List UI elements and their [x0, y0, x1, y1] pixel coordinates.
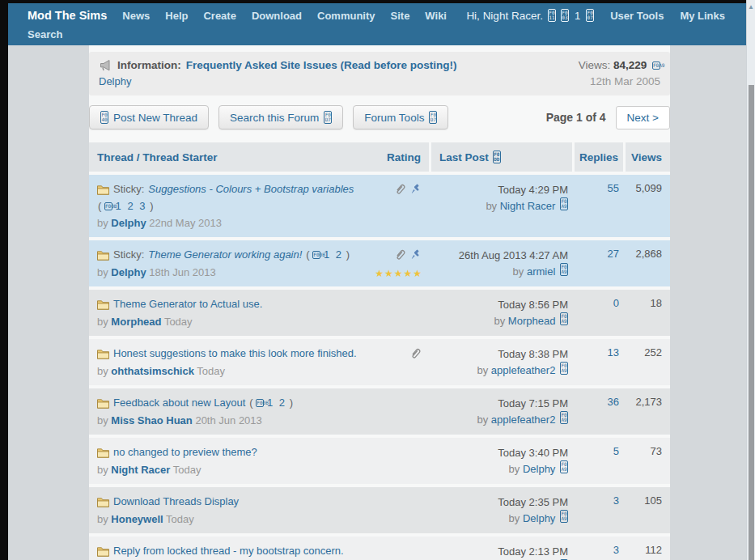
multipage-icon: F00B	[312, 251, 320, 259]
thread-author-link[interactable]: Delphy	[111, 217, 146, 229]
header-replies[interactable]: Replies	[579, 151, 618, 163]
nav-item-wiki[interactable]: Wiki	[425, 10, 447, 22]
nav-item-create[interactable]: Create	[203, 10, 235, 22]
nav-item-user-tools[interactable]: User Tools	[610, 10, 664, 22]
scrollbar-thumb[interactable]	[749, 85, 754, 560]
thread-title-link[interactable]: Theme Generator working again!	[148, 248, 302, 262]
replies-count-link[interactable]: 27	[608, 248, 619, 260]
thread-title-link[interactable]: Suggestions - Colours + Bootstrap variab…	[148, 182, 354, 197]
forum-tools-button[interactable]: Forum Tools F0D7	[353, 105, 448, 129]
last-post-author-link[interactable]: armiel	[527, 265, 555, 278]
thread-author-link[interactable]: ohthatsimschick	[111, 365, 194, 377]
goto-last-post-icon[interactable]: F0A9	[560, 312, 568, 325]
announcement-icon	[99, 59, 112, 71]
last-post-time: 26th Aug 2013 4:27 AM	[431, 248, 568, 263]
goto-announcement-icon[interactable]: F0A9	[652, 62, 660, 70]
thread-author-link[interactable]: Night Racer	[111, 464, 170, 476]
last-post-author-link[interactable]: applefeather2	[491, 414, 556, 426]
attachment-icon[interactable]	[395, 183, 405, 195]
scroll-up-icon[interactable]: ▲	[747, 0, 755, 11]
replies-count-link[interactable]: 13	[608, 346, 619, 358]
nav-item-community[interactable]: Community	[317, 10, 375, 22]
header-last-post[interactable]: Last Post	[439, 151, 489, 163]
replies-count-link[interactable]: 36	[608, 396, 619, 408]
thread-pagination-line: ( F00B 1 2 3 )	[97, 200, 422, 213]
user-icon[interactable]: F007	[586, 9, 594, 22]
thread-author-link[interactable]: Honeywell	[111, 513, 163, 525]
navbar-user-area: Hi, Night Racer. F011 F003 1 F007 User T…	[466, 9, 725, 22]
last-post-author-link[interactable]: Delphy	[523, 463, 555, 475]
replies-count-link[interactable]: 55	[608, 182, 619, 194]
mail-icon[interactable]: F003	[561, 9, 569, 22]
nav-item-download[interactable]: Download	[252, 10, 302, 22]
page-indicator: Page 1 of 4	[546, 111, 606, 124]
announcement-title-link[interactable]: Frequently Asked Site Issues (Read befor…	[186, 59, 457, 71]
post-new-thread-button[interactable]: F040 Post New Thread	[89, 105, 209, 129]
user-greeting: Hi, Night Racer.	[466, 10, 543, 22]
thread-title-link[interactable]: Reply from locked thread - my bootstrap …	[113, 544, 344, 558]
thread-cell: Feedback about new Layout ( F00B 1 2 ) b…	[89, 388, 429, 435]
replies-count-link[interactable]: 3	[613, 544, 619, 556]
views-count: 73	[623, 438, 670, 484]
page-number-links[interactable]: 1 2	[324, 248, 343, 261]
nav-item-help[interactable]: Help	[165, 10, 188, 22]
thread-title-link[interactable]: Feedback about new Layout	[113, 396, 245, 410]
page-number-links[interactable]: 1 2	[267, 397, 286, 409]
next-page-button[interactable]: Next >	[616, 106, 670, 129]
views-count: 105	[623, 487, 670, 533]
table-row: Download Threads Display by Honeywell To…	[89, 487, 670, 533]
thread-byline: by Night Racer Today	[97, 464, 422, 477]
thread-author-link[interactable]: Miss Shao Huan	[111, 414, 192, 426]
thread-title-link[interactable]: no changed to preview theme?	[113, 445, 257, 460]
last-post-author-link[interactable]: Delphy	[523, 512, 555, 524]
notification-count[interactable]: 1	[574, 10, 581, 22]
table-row: Sticky: Theme Generator working again! (…	[89, 240, 670, 286]
last-post-author-link[interactable]: applefeather2	[491, 364, 556, 376]
thread-author-link[interactable]: Morphead	[111, 316, 161, 328]
goto-last-post-icon[interactable]: F0A9	[560, 460, 568, 473]
views-count: 5,099	[623, 175, 670, 237]
thread-pagination: ( F00B 1 2 )	[306, 248, 350, 262]
header-rating[interactable]: Rating	[387, 151, 421, 163]
replies-count-link[interactable]: 0	[613, 297, 619, 309]
pushpin-icon	[411, 184, 421, 194]
last-post-time: Today 7:15 PM	[431, 396, 568, 411]
search-this-forum-button[interactable]: Search this Forum F0D7	[218, 105, 343, 129]
thread-title-link[interactable]: Theme Generator to Actual use.	[113, 297, 262, 312]
thread-title-link[interactable]: Honest suggestions to make this look mor…	[113, 346, 357, 361]
replies-count-link[interactable]: 3	[613, 494, 619, 507]
nav-item-site[interactable]: Site	[391, 10, 410, 22]
rating-stars: ★★★★★	[375, 268, 422, 279]
page-number-links[interactable]: 1 2 3	[116, 200, 147, 212]
vertical-scrollbar[interactable]: ▲	[746, 0, 755, 560]
site-logo[interactable]: Mod The Sims	[28, 9, 107, 22]
last-post-author-link[interactable]: Morphead	[508, 315, 556, 327]
nav-item-search[interactable]: Search	[28, 28, 62, 40]
last-post-cell: 26th Aug 2013 4:27 AM by armiel F0A9	[429, 240, 572, 286]
attachment-icon[interactable]	[395, 248, 405, 261]
thread-start-date: Today	[173, 464, 201, 476]
thread-title-link[interactable]: Download Threads Display	[113, 494, 239, 509]
header-views[interactable]: Views	[631, 151, 662, 163]
header-thread-starter[interactable]: Thread / Thread Starter	[97, 151, 218, 163]
last-post-author-link[interactable]: Night Racer	[500, 200, 556, 212]
thread-start-date: 22nd May 2013	[149, 217, 222, 229]
announcement-label: Information:	[117, 59, 181, 71]
attachment-icon[interactable]	[410, 347, 421, 359]
thread-byline: by Miss Shao Huan 20th Jun 2013	[97, 414, 422, 427]
caret-down-icon: F0D7	[429, 111, 437, 124]
announcement-author-link[interactable]: Delphy	[99, 75, 579, 87]
announcement-date: 12th Mar 2005	[579, 75, 660, 87]
power-icon[interactable]: F011	[548, 9, 556, 22]
goto-last-post-icon[interactable]: F0A9	[560, 263, 568, 276]
goto-last-post-icon[interactable]: F0A9	[560, 510, 568, 523]
goto-last-post-icon[interactable]: F0A9	[560, 362, 568, 375]
goto-last-post-icon[interactable]: F0A9	[560, 197, 568, 210]
thread-author-link[interactable]: Delphy	[111, 266, 146, 278]
thread-cell: Sticky: Theme Generator working again! (…	[89, 240, 429, 286]
goto-last-post-icon[interactable]: F0A9	[560, 411, 568, 424]
replies-count-link[interactable]: 5	[613, 445, 619, 457]
thread-byline: by Honeywell Today	[97, 513, 422, 526]
nav-item-news[interactable]: News	[122, 10, 150, 22]
nav-item-my-links[interactable]: My Links	[680, 10, 725, 22]
